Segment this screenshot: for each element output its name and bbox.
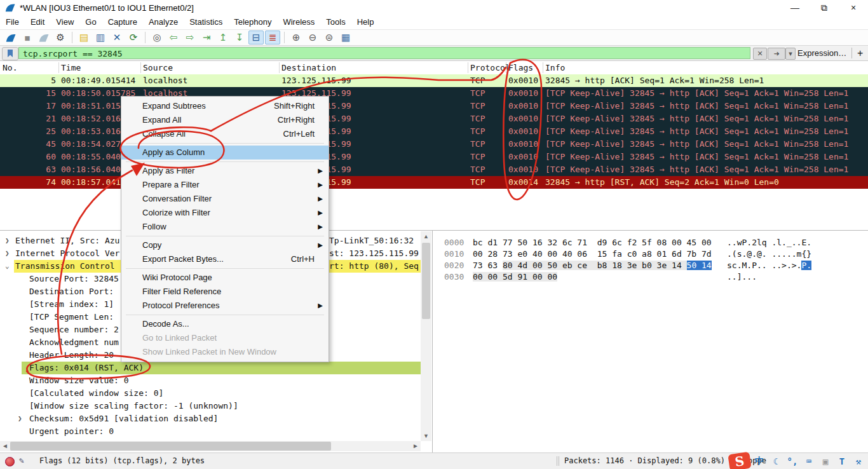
column-separator[interactable]: [58, 62, 59, 73]
minimize-button[interactable]: —: [780, 0, 810, 15]
column-header-source[interactable]: Source: [143, 61, 173, 74]
resize-columns-icon[interactable]: ▦: [338, 31, 353, 44]
menu-statistics[interactable]: Statistics: [184, 15, 228, 29]
expression-button[interactable]: Expression…: [797, 46, 846, 60]
menu-item-export-packet-bytes[interactable]: Export Packet Bytes...Ctrl+H: [121, 252, 329, 266]
column-separator[interactable]: [506, 62, 506, 73]
menu-help[interactable]: Help: [351, 15, 380, 29]
filter-bookmark-icon[interactable]: [2, 47, 18, 60]
menu-item-show-linked-packet-in-new-window[interactable]: Show Linked Packet in New Window: [121, 345, 329, 359]
column-header-protocol[interactable]: Protocol: [470, 61, 510, 74]
column-header-no[interactable]: No.: [3, 61, 17, 74]
collapse-arrow-icon[interactable]: ⌄: [5, 260, 10, 273]
skin-icon[interactable]: T: [834, 455, 850, 468]
menu-item-wiki-protocol-page[interactable]: Wiki Protocol Page: [121, 271, 329, 285]
packet-list-header[interactable]: No.TimeSourceDestinationProtocolFlagsInf…: [0, 61, 868, 75]
detail-line[interactable]: [Calculated window size: 0]: [0, 387, 421, 400]
save-file-icon[interactable]: ▥: [93, 31, 108, 44]
column-header-destination[interactable]: Destination: [281, 61, 336, 74]
zoom-reset-icon[interactable]: ⊜: [322, 31, 337, 44]
zoom-in-icon[interactable]: ⊕: [288, 31, 304, 44]
scroll-down-icon[interactable]: ▼: [421, 431, 431, 441]
capture-comment-icon[interactable]: ✎: [19, 456, 24, 465]
menu-item-copy[interactable]: Copy▶: [121, 238, 329, 252]
detail-line[interactable]: [Window size scaling factor: -1 (unknown…: [0, 400, 421, 412]
wrench-icon[interactable]: ⚒: [851, 455, 866, 468]
menu-wireless[interactable]: Wireless: [277, 15, 320, 29]
hex-row[interactable]: 002073 63 80 4d 00 50 eb ce b8 18 3e b0 …: [433, 260, 868, 271]
hex-row[interactable]: 0000bc d1 77 50 16 32 6c 71 d9 6c f2 5f …: [433, 237, 868, 248]
details-hscroll-thumb[interactable]: [10, 442, 331, 451]
menu-item-apply-as-column[interactable]: Apply as Column: [121, 146, 329, 160]
menu-tools[interactable]: Tools: [320, 15, 351, 29]
menu-item-collapse-all[interactable]: Collapse AllCtrl+Left: [121, 127, 329, 141]
menu-capture[interactable]: Capture: [102, 15, 143, 29]
menu-item-expand-all[interactable]: Expand AllCtrl+Right: [121, 113, 329, 127]
column-header-flags[interactable]: Flags: [508, 61, 533, 74]
go-last-icon[interactable]: ↧: [232, 31, 247, 44]
details-horizontal-scrollbar[interactable]: ◄ ►: [0, 441, 421, 451]
open-file-icon[interactable]: ▤: [76, 31, 92, 44]
keyboard-icon[interactable]: ⌨: [801, 455, 817, 468]
auto-scroll-icon[interactable]: ⊟: [248, 31, 264, 44]
scroll-up-icon[interactable]: ▲: [421, 231, 431, 241]
expand-arrow-icon[interactable]: ❯: [5, 234, 10, 247]
colorize-icon[interactable]: ≣: [265, 31, 280, 44]
menu-file[interactable]: File: [0, 15, 25, 29]
menu-item-prepare-a-filter[interactable]: Prepare a Filter▶: [121, 178, 329, 192]
filter-add-button[interactable]: +: [857, 46, 863, 60]
menu-item-protocol-preferences[interactable]: Protocol Preferences▶: [121, 299, 329, 313]
zoom-out-icon[interactable]: ⊖: [305, 31, 320, 44]
column-separator[interactable]: [279, 62, 280, 73]
details-vertical-scrollbar[interactable]: ▲ ▼: [421, 231, 431, 441]
filter-clear-button[interactable]: ✕: [753, 48, 767, 60]
detail-line[interactable]: Flags: 0x014 (RST, ACK): [0, 362, 421, 374]
menu-view[interactable]: View: [50, 15, 79, 29]
menu-item-decode-as[interactable]: Decode As...: [121, 317, 329, 331]
menu-edit[interactable]: Edit: [25, 15, 50, 29]
expand-arrow-icon[interactable]: ❯: [5, 247, 10, 260]
column-separator[interactable]: [140, 62, 141, 73]
menu-go[interactable]: Go: [79, 15, 102, 29]
capture-options-icon[interactable]: ⚙: [53, 31, 68, 44]
go-forward-icon[interactable]: ⇨: [182, 31, 198, 44]
punctuation-icon[interactable]: °,: [785, 455, 800, 468]
display-filter-input[interactable]: tcp.srcport == 32845: [18, 47, 750, 59]
menu-item-colorize-with-filter[interactable]: Colorize with Filter▶: [121, 206, 329, 220]
expert-info-icon[interactable]: [5, 457, 15, 466]
hex-row[interactable]: 001000 28 73 e0 40 00 40 06 15 fa c0 a8 …: [433, 248, 868, 260]
sogou-logo-icon[interactable]: S: [728, 452, 751, 469]
column-header-info[interactable]: Info: [545, 61, 565, 74]
details-vscroll-thumb[interactable]: [422, 243, 430, 319]
clipboard-icon[interactable]: ▣: [818, 455, 833, 468]
detail-line[interactable]: ❯Checksum: 0x5d91 [validation disabled]: [0, 412, 421, 425]
column-separator[interactable]: [468, 62, 468, 73]
stop-capture-icon[interactable]: ■: [20, 31, 35, 44]
chinese-mode-icon[interactable]: 中: [752, 455, 767, 468]
filter-dropdown-button[interactable]: ▾: [785, 48, 796, 60]
moon-icon[interactable]: ☾: [768, 455, 783, 468]
restart-capture-icon[interactable]: [36, 31, 51, 44]
menu-item-apply-as-filter[interactable]: Apply as Filter▶: [121, 164, 329, 178]
reload-icon[interactable]: ⟳: [126, 31, 141, 44]
start-capture-icon[interactable]: [3, 31, 18, 44]
find-packet-icon[interactable]: ◎: [149, 31, 165, 44]
go-back-icon[interactable]: ⇦: [166, 31, 181, 44]
filter-apply-button[interactable]: ➜: [768, 48, 785, 60]
column-header-time[interactable]: Time: [61, 61, 81, 74]
restore-button[interactable]: ⧉: [810, 0, 839, 15]
hex-dump-pane[interactable]: 0000bc d1 77 50 16 32 6c 71 d9 6c f2 5f …: [433, 230, 868, 452]
menu-telephony[interactable]: Telephony: [228, 15, 277, 29]
menu-analyze[interactable]: Analyze: [143, 15, 184, 29]
close-button[interactable]: ×: [839, 0, 868, 15]
go-first-icon[interactable]: ↥: [215, 31, 231, 44]
hex-row[interactable]: 003000 00 5d 91 00 00..]...: [433, 271, 868, 283]
menu-item-expand-subtrees[interactable]: Expand SubtreesShift+Right: [121, 99, 329, 113]
menu-item-go-to-linked-packet[interactable]: Go to Linked Packet: [121, 331, 329, 345]
menu-item-conversation-filter[interactable]: Conversation Filter▶: [121, 192, 329, 206]
detail-line[interactable]: Urgent pointer: 0: [0, 425, 421, 438]
menu-item-follow[interactable]: Follow▶: [121, 220, 329, 234]
packet-row[interactable]: 500:18:49.015414localhost123.125.115.99T…: [0, 74, 868, 87]
scroll-right-icon[interactable]: ►: [410, 441, 421, 451]
close-file-icon[interactable]: ✕: [109, 31, 125, 44]
